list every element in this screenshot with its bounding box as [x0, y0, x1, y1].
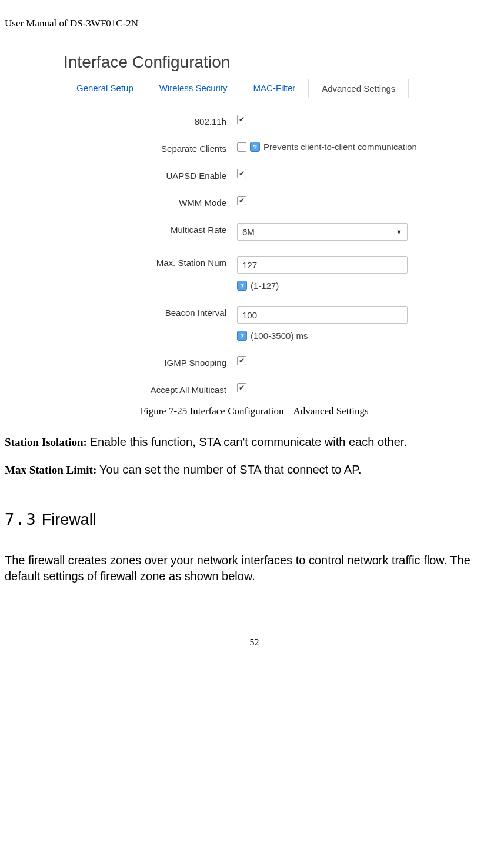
input-beacon-value: 100	[242, 310, 257, 320]
lead-station-isolation: Station Isolation:	[5, 436, 90, 448]
section-number: 7.3	[5, 510, 37, 528]
row-max-station: Max. Station Num 127 ? (1-127)	[64, 256, 492, 291]
lead-max-station: Max Station Limit:	[5, 464, 99, 476]
row-separate-clients: Separate Clients ? Prevents client-to-cl…	[64, 142, 492, 154]
select-multicast-value: 6M	[242, 227, 255, 237]
section-heading: 7.3 Firewall	[5, 510, 504, 529]
tab-advanced-settings[interactable]: Advanced Settings	[308, 79, 409, 98]
tab-general-setup[interactable]: General Setup	[64, 79, 146, 98]
row-80211h: 802.11h ✔	[64, 115, 492, 127]
label-separate-clients: Separate Clients	[64, 142, 237, 154]
help-icon[interactable]: ?	[237, 281, 247, 291]
para-station-isolation: Station Isolation: Enable this function,…	[5, 434, 504, 451]
row-wmm: WMM Mode ✔	[64, 196, 492, 208]
checkbox-wmm[interactable]: ✔	[237, 196, 246, 205]
doc-header: User Manual of DS-3WF01C-2N	[5, 18, 504, 29]
select-multicast-rate[interactable]: 6M ▼	[237, 223, 408, 241]
checkbox-uapsd[interactable]: ✔	[237, 169, 246, 178]
page-number: 52	[5, 637, 504, 648]
label-80211h: 802.11h	[64, 115, 237, 127]
label-max-station: Max. Station Num	[64, 256, 237, 268]
figure-screenshot: Interface Configuration General Setup Wi…	[5, 53, 504, 395]
row-uapsd: UAPSD Enable ✔	[64, 169, 492, 181]
checkbox-igmp[interactable]: ✔	[237, 356, 246, 365]
label-accept-multicast: Accept All Multicast	[64, 383, 237, 395]
row-accept-multicast: Accept All Multicast ✔	[64, 383, 492, 395]
section-title: Firewall	[42, 511, 96, 528]
label-igmp: IGMP Snooping	[64, 356, 237, 368]
label-beacon-interval: Beacon Interval	[64, 306, 237, 318]
input-max-station[interactable]: 127	[237, 256, 408, 274]
chevron-down-icon: ▼	[396, 228, 402, 235]
tab-bar: General Setup Wireless Security MAC-Filt…	[64, 79, 492, 98]
text-station-isolation: Enable this function, STA can't communic…	[90, 435, 407, 448]
row-multicast-rate: Multicast Rate 6M ▼	[64, 223, 492, 241]
checkbox-separate-clients[interactable]	[237, 142, 246, 152]
help-icon[interactable]: ?	[250, 142, 260, 152]
text-max-station: You can set the number of STA that conne…	[99, 463, 362, 476]
hint-max-station: (1-127)	[251, 281, 279, 291]
label-wmm: WMM Mode	[64, 196, 237, 208]
help-icon[interactable]: ?	[237, 331, 247, 341]
label-uapsd: UAPSD Enable	[64, 169, 237, 181]
tab-mac-filter[interactable]: MAC-Filter	[241, 79, 309, 98]
section-body: The firewall creates zones over your net…	[5, 553, 504, 584]
input-beacon-interval[interactable]: 100	[237, 306, 408, 324]
checkbox-80211h[interactable]: ✔	[237, 115, 246, 124]
hint-beacon-interval: (100-3500) ms	[251, 331, 308, 341]
row-igmp: IGMP Snooping ✔	[64, 356, 492, 368]
label-multicast-rate: Multicast Rate	[64, 223, 237, 235]
panel-title: Interface Configuration	[64, 53, 492, 72]
para-max-station-limit: Max Station Limit: You can set the numbe…	[5, 461, 504, 478]
figure-caption: Figure 7-25 Interface Configuration – Ad…	[5, 405, 504, 417]
input-max-station-value: 127	[242, 260, 257, 270]
hint-separate-clients: Prevents client-to-client communication	[263, 142, 417, 152]
row-beacon-interval: Beacon Interval 100 ? (100-3500) ms	[64, 306, 492, 341]
tab-wireless-security[interactable]: Wireless Security	[146, 79, 241, 98]
checkbox-accept-multicast[interactable]: ✔	[237, 383, 246, 392]
